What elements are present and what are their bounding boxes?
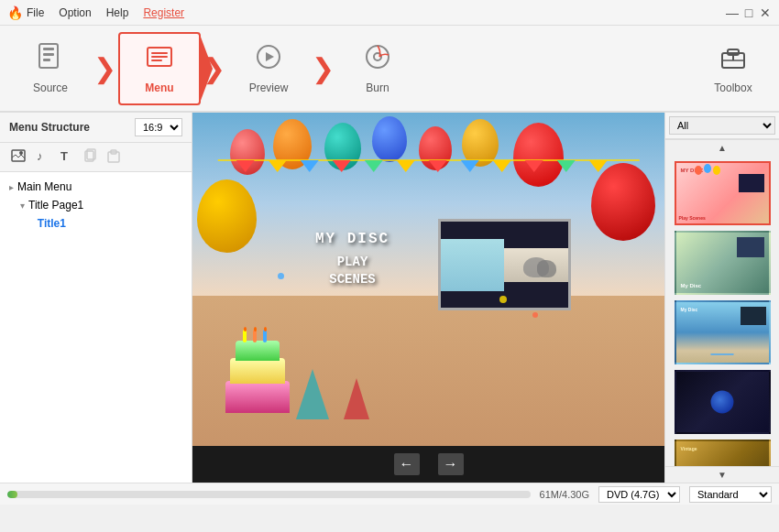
icon-toolbar: ♪ T bbox=[0, 143, 192, 172]
svg-marker-33 bbox=[525, 160, 543, 172]
chevron-1: ❯ bbox=[93, 52, 116, 84]
thumbnail-4[interactable] bbox=[675, 370, 771, 434]
toolbox-button[interactable]: Toolbox bbox=[697, 32, 770, 105]
svg-marker-34 bbox=[557, 160, 576, 172]
main-content: Menu Structure 16:9 4:3 ♪ T bbox=[0, 113, 779, 483]
svg-marker-24 bbox=[236, 160, 255, 172]
tree-item-title1[interactable]: Title1 bbox=[26, 214, 188, 233]
svg-point-17 bbox=[19, 151, 23, 155]
filter-select[interactable]: All Birthday Wedding Travel Nature bbox=[669, 116, 775, 135]
app-icon: 🔥 bbox=[7, 5, 23, 20]
svg-marker-32 bbox=[493, 160, 511, 172]
scene-inner: MY DISC PLAY SCENES bbox=[192, 113, 664, 446]
svg-marker-9 bbox=[266, 52, 274, 61]
svg-marker-25 bbox=[269, 160, 287, 172]
maximize-button[interactable]: □ bbox=[742, 6, 755, 19]
source-icon bbox=[36, 42, 65, 78]
window-controls: — □ ✕ bbox=[726, 6, 772, 19]
step-buttons: Source ❯ Menu ❯ bbox=[9, 32, 697, 105]
prev-button[interactable]: ← bbox=[394, 453, 420, 475]
copy-button[interactable] bbox=[81, 147, 99, 168]
close-button[interactable]: ✕ bbox=[759, 6, 772, 19]
svg-rect-2 bbox=[43, 53, 54, 56]
left-panel: Menu Structure 16:9 4:3 ♪ T bbox=[0, 113, 192, 483]
aspect-ratio-select[interactable]: 16:9 4:3 bbox=[135, 118, 182, 136]
disc-title-line1: MY DISC bbox=[315, 229, 390, 249]
scroll-up-button[interactable]: ▲ bbox=[665, 139, 779, 156]
tree-item-main-menu[interactable]: ▸ Main Menu bbox=[4, 178, 188, 196]
tree-indent-1: ▾ Title Page1 Title1 bbox=[15, 196, 188, 233]
help-menu[interactable]: Help bbox=[106, 6, 129, 19]
quality-select[interactable]: Standard High Quality Best Quality bbox=[689, 486, 772, 503]
minimize-button[interactable]: — bbox=[726, 6, 739, 19]
burn-label: Burn bbox=[366, 81, 389, 94]
next-button[interactable]: → bbox=[438, 453, 464, 475]
title-bar: 🔥 File Option Help Register — □ ✕ bbox=[0, 0, 779, 26]
svg-rect-6 bbox=[151, 56, 168, 58]
svg-marker-31 bbox=[461, 160, 479, 172]
option-menu[interactable]: Option bbox=[59, 6, 91, 19]
svg-point-10 bbox=[367, 46, 389, 68]
step-burn[interactable]: Burn bbox=[336, 32, 419, 105]
expand-icon-2: ▾ bbox=[20, 201, 25, 211]
svg-rect-3 bbox=[43, 59, 50, 61]
tree-area: ▸ Main Menu ▾ Title Page1 Title1 bbox=[0, 172, 192, 483]
menu-structure-label: Menu Structure bbox=[9, 121, 90, 134]
svg-rect-5 bbox=[151, 52, 168, 54]
scroll-down-button[interactable]: ▼ bbox=[665, 466, 779, 483]
menu-bar: File Option Help Register bbox=[27, 6, 184, 19]
progress-bar bbox=[7, 491, 531, 498]
chevron-3: ❯ bbox=[312, 52, 335, 84]
leaf-icon bbox=[31, 219, 34, 229]
status-bar: 61M/4.30G DVD (4.7G) DVD (8.5G) Blu-ray … bbox=[0, 483, 779, 505]
menu-label: Menu bbox=[145, 81, 173, 94]
filter-bar: All Birthday Wedding Travel Nature bbox=[665, 113, 779, 139]
title-page1-label: Title Page1 bbox=[28, 199, 83, 212]
preview-canvas: MY DISC PLAY SCENES bbox=[192, 113, 664, 483]
paste-button[interactable] bbox=[104, 147, 123, 168]
progress-bar-fill bbox=[7, 491, 17, 498]
thumbnail-3[interactable]: My Disc bbox=[675, 300, 771, 364]
burn-icon bbox=[363, 42, 392, 78]
menu-icon bbox=[145, 42, 174, 78]
disc-title-line2: PLAY bbox=[315, 254, 390, 272]
text-button[interactable]: T bbox=[57, 147, 75, 168]
svg-text:♪: ♪ bbox=[37, 149, 43, 163]
scene-bottom-bar: ← → bbox=[192, 446, 664, 483]
disc-title-line3: SCENES bbox=[315, 271, 390, 289]
svg-rect-1 bbox=[43, 48, 54, 50]
step-preview[interactable]: Preview bbox=[227, 32, 310, 105]
scene-container: MY DISC PLAY SCENES bbox=[192, 113, 664, 483]
file-menu[interactable]: File bbox=[27, 6, 44, 19]
svg-marker-35 bbox=[589, 160, 608, 172]
center-preview: MY DISC PLAY SCENES bbox=[192, 113, 664, 483]
toolbox-label: Toolbox bbox=[714, 81, 752, 94]
image-button[interactable] bbox=[9, 147, 27, 168]
preview-icon bbox=[254, 42, 283, 78]
expand-icon: ▸ bbox=[9, 182, 14, 192]
step-menu[interactable]: Menu bbox=[118, 32, 201, 105]
register-menu[interactable]: Register bbox=[143, 6, 184, 19]
svg-marker-26 bbox=[301, 160, 319, 172]
disc-title-text: MY DISC PLAY SCENES bbox=[315, 229, 390, 289]
tree-indent-2: Title1 bbox=[26, 214, 188, 233]
right-panel: All Birthday Wedding Travel Nature ▲ MY … bbox=[664, 113, 779, 483]
svg-marker-27 bbox=[333, 160, 351, 172]
tree-item-title-page1[interactable]: ▾ Title Page1 bbox=[15, 196, 188, 214]
svg-text:T: T bbox=[60, 149, 68, 163]
size-info: 61M/4.30G bbox=[540, 489, 589, 500]
source-label: Source bbox=[33, 81, 68, 94]
main-toolbar: Source ❯ Menu ❯ bbox=[0, 26, 779, 113]
music-button[interactable]: ♪ bbox=[33, 147, 51, 168]
main-menu-label: Main Menu bbox=[17, 180, 71, 193]
step-source[interactable]: Source bbox=[9, 32, 92, 105]
preview-label: Preview bbox=[249, 81, 289, 94]
thumbnail-2[interactable]: My Disc bbox=[675, 231, 771, 295]
thumbnail-5[interactable]: Vintage ↓ bbox=[675, 440, 771, 466]
svg-marker-30 bbox=[429, 160, 447, 172]
thumbnail-1[interactable]: MY DISC Play Scenes bbox=[675, 161, 771, 225]
disc-type-select[interactable]: DVD (4.7G) DVD (8.5G) Blu-ray 25G bbox=[598, 486, 680, 503]
toolbox-icon bbox=[719, 42, 748, 78]
title1-label: Title1 bbox=[38, 217, 66, 230]
svg-marker-28 bbox=[365, 160, 383, 172]
